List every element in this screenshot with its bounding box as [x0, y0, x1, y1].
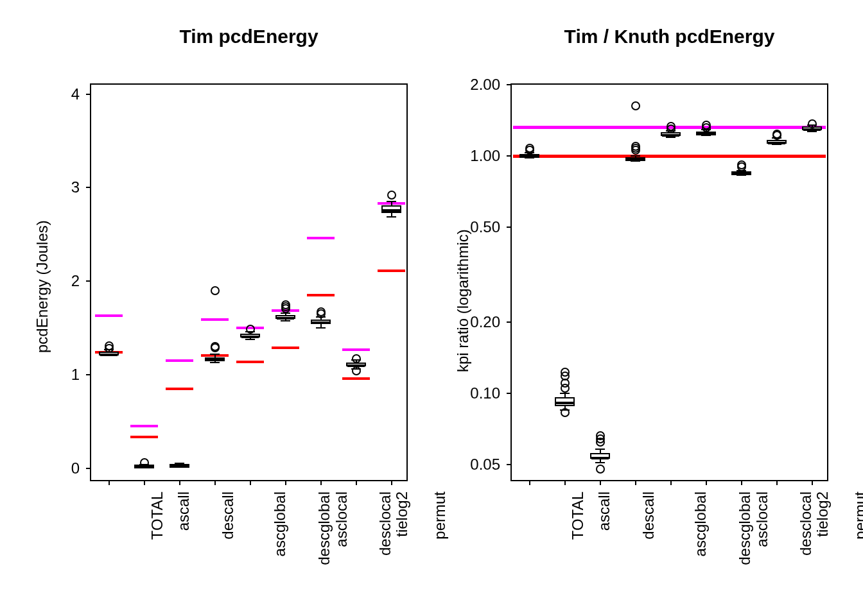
y-tick-mark: [507, 227, 512, 228]
outlier: [667, 122, 676, 131]
reference-line: [513, 155, 826, 158]
outlier: [211, 342, 220, 351]
median: [277, 317, 293, 320]
x-tick-label: TOTAL: [569, 492, 587, 540]
x-tick-label: descall: [218, 492, 236, 540]
x-tick-label: permut: [851, 492, 863, 540]
x-tick-mark: [250, 480, 251, 485]
x-tick-label: descall: [639, 492, 657, 540]
outlier: [352, 366, 361, 375]
median: [697, 133, 714, 135]
median: [591, 457, 608, 459]
y-tick-mark: [86, 374, 91, 375]
y-tick-mark: [86, 94, 91, 95]
x-tick-mark: [144, 480, 145, 485]
x-tick-label: descglobal: [735, 492, 753, 565]
outlier: [525, 144, 534, 153]
left-plot-area: pcdEnergy (Joules) 01234TOTALascalldesca…: [90, 83, 408, 481]
y-tick-mark: [507, 84, 512, 85]
outlier: [105, 341, 114, 350]
x-tick-label: desclocal: [797, 492, 815, 556]
box: [240, 334, 259, 338]
whisker-cap: [666, 137, 676, 138]
right-y-axis-label: kpi ratio (logarithmic): [454, 229, 472, 372]
outlier: [211, 286, 220, 295]
median: [768, 142, 785, 144]
y-tick-mark: [507, 155, 512, 157]
median: [100, 354, 117, 356]
y-tick-label: 3: [71, 178, 80, 196]
median: [803, 128, 820, 131]
x-tick-mark: [776, 480, 778, 485]
magenta-marker: [95, 314, 122, 317]
median: [171, 465, 187, 467]
x-tick-mark: [356, 480, 357, 485]
whisker-cap: [210, 362, 220, 363]
x-tick-mark: [109, 480, 110, 485]
outlier: [246, 325, 255, 334]
box: [205, 357, 224, 361]
whisker-cap: [387, 201, 396, 202]
box: [696, 132, 715, 135]
x-tick-label: ascglobal: [692, 492, 710, 556]
red-marker: [307, 294, 334, 296]
x-tick-label: desclocal: [376, 492, 394, 556]
outlier: [352, 354, 361, 363]
box: [381, 205, 401, 213]
box: [519, 154, 539, 158]
median: [556, 402, 573, 404]
x-tick-mark: [741, 480, 742, 485]
page: Tim pcdEnergy pcdEnergy (Joules) 01234TO…: [0, 0, 863, 616]
y-tick-mark: [507, 464, 512, 465]
magenta-marker: [307, 237, 334, 239]
y-tick-label: 0: [71, 459, 80, 477]
x-tick-mark: [285, 480, 286, 485]
outlier: [596, 431, 605, 440]
magenta-marker: [201, 318, 228, 321]
box: [767, 140, 786, 144]
median: [521, 155, 537, 158]
y-tick-mark: [86, 280, 91, 282]
x-tick-mark: [214, 480, 216, 485]
x-tick-label: TOTAL: [148, 492, 166, 540]
x-tick-mark: [812, 480, 813, 485]
y-tick-mark: [86, 468, 91, 469]
x-tick-label: ascglobal: [271, 492, 289, 556]
median: [733, 173, 749, 175]
x-tick-mark: [635, 480, 636, 485]
box: [170, 464, 189, 468]
whisker-cap: [560, 393, 570, 394]
whisker-cap: [245, 339, 255, 340]
magenta-marker: [342, 348, 369, 351]
median: [312, 321, 329, 324]
red-marker: [272, 346, 299, 349]
whisker-cap: [595, 449, 605, 450]
box: [275, 315, 295, 319]
whisker-cap: [281, 320, 290, 321]
y-tick-label: 0.10: [470, 384, 500, 402]
whisker-cap: [387, 216, 396, 218]
red-marker: [342, 377, 369, 380]
red-marker: [130, 436, 157, 438]
median: [662, 134, 679, 137]
x-tick-mark: [320, 480, 322, 485]
outlier: [737, 160, 746, 169]
right-chart-title: Tim / Knuth pcdEnergy: [421, 26, 863, 47]
left-y-axis-label: pcdEnergy (Joules): [33, 220, 51, 353]
y-tick-label: 0.50: [470, 218, 500, 236]
y-tick-mark: [507, 393, 512, 394]
box: [590, 453, 609, 459]
x-tick-mark: [706, 480, 707, 485]
outlier: [561, 408, 570, 417]
red-marker: [378, 270, 405, 272]
y-tick-label: 4: [71, 85, 80, 103]
outlier: [387, 191, 396, 200]
y-tick-mark: [507, 321, 512, 323]
y-tick-mark: [86, 187, 91, 188]
y-tick-label: 2: [71, 272, 80, 290]
outlier: [772, 130, 781, 139]
x-tick-mark: [529, 480, 530, 485]
x-tick-label: descglobal: [315, 492, 333, 565]
y-tick-label: 0.05: [470, 456, 500, 474]
outlier: [631, 142, 640, 151]
